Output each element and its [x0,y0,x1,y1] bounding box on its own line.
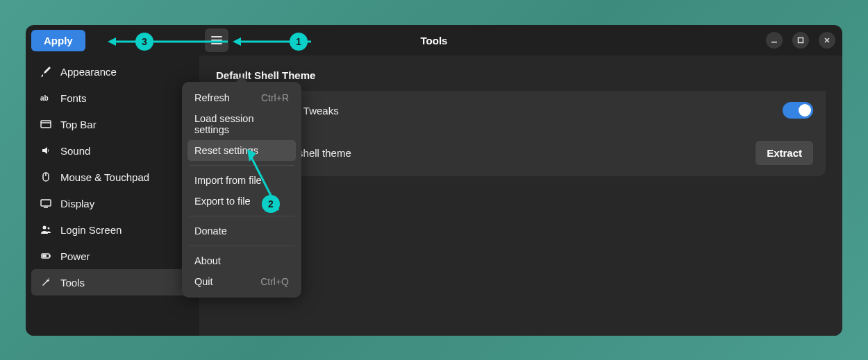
menu-label: Donate [194,225,227,237]
sidebar-item-appearance[interactable]: Appearance [31,58,194,85]
sidebar-item-tools[interactable]: Tools [31,269,194,295]
svg-rect-0 [771,42,777,43]
menu-label: Refresh [194,92,230,103]
sound-icon [40,144,52,157]
apply-button[interactable]: Apply [31,30,85,51]
brush-icon [40,65,52,78]
setting-row-extract: Extract default shell theme Extract [216,130,826,176]
annotation-badge-2: 2 [262,195,280,213]
svg-rect-14 [43,255,46,257]
svg-rect-3 [41,121,51,128]
sidebar-item-display[interactable]: Display [31,190,194,216]
setting-row-include-topbar: Include Top Bar Tweaks [216,91,826,130]
minimize-button[interactable] [766,32,783,49]
mouse-icon [40,171,52,183]
svg-rect-1 [799,38,803,43]
sidebar-item-label: Sound [60,145,90,157]
svg-point-9 [43,226,47,230]
svg-rect-7 [41,200,51,206]
minimize-icon [771,37,778,44]
close-button[interactable] [819,32,835,49]
menu-label: Quit [194,276,213,287]
sidebar-item-label: Power [60,250,90,262]
menu-item-donate[interactable]: Donate [187,221,296,241]
menu-label: Load session settings [194,113,289,135]
sidebar-item-topbar[interactable]: Top Bar [31,111,194,137]
window-title: Tools [421,35,448,46]
sidebar-item-label: Tools [60,277,85,289]
menu-shortcut: Ctrl+R [261,92,289,103]
toggle-knob [799,104,811,117]
menu-item-load-session[interactable]: Load session settings [187,108,296,140]
menu-label: About [194,255,221,266]
content-area: Appearance ab Fonts Top Bar Sound Mouse … [26,55,842,336]
svg-point-10 [48,228,50,230]
sidebar-item-label: Login Screen [60,224,122,236]
topbar-icon [40,118,52,130]
sidebar-item-label: Appearance [60,66,117,78]
fonts-icon: ab [40,92,52,104]
close-icon [824,37,831,44]
menu-item-refresh[interactable]: Refresh Ctrl+R [187,87,296,108]
menu-item-quit[interactable]: Quit Ctrl+Q [187,271,296,292]
window-controls [766,32,835,49]
login-icon [40,223,52,236]
sidebar: Appearance ab Fonts Top Bar Sound Mouse … [26,55,199,336]
menu-shortcut: Ctrl+Q [260,276,289,287]
svg-text:ab: ab [40,94,49,102]
annotation-arrow-1 [108,33,229,50]
topbar-tweaks-toggle[interactable] [783,102,813,119]
maximize-button[interactable] [792,32,809,49]
maximize-icon [797,37,804,44]
sidebar-item-label: Display [60,198,94,209]
menu-label: Export to file [194,196,251,207]
sidebar-item-label: Top Bar [60,119,97,130]
sidebar-item-label: Fonts [60,92,87,104]
sidebar-item-sound[interactable]: Sound [31,137,194,164]
menu-separator [189,246,294,246]
annotation-badge-3: 3 [135,33,153,51]
svg-marker-18 [233,37,241,46]
sidebar-item-label: Mouse & Touchpad [60,171,149,183]
tools-icon [40,276,52,289]
annotation-badge-1: 1 [290,33,308,51]
sidebar-item-mouse[interactable]: Mouse & Touchpad [31,164,194,190]
menu-item-about[interactable]: About [187,250,296,271]
app-window: Apply Tools Appearance [26,25,842,336]
svg-marker-16 [108,37,116,46]
extract-button[interactable]: Extract [756,141,813,165]
power-icon [40,250,52,262]
sidebar-item-login[interactable]: Login Screen [31,216,194,243]
sidebar-item-power[interactable]: Power [31,243,194,269]
section-title: Default Shell Theme [216,69,826,81]
display-icon [40,197,52,209]
sidebar-item-fonts[interactable]: ab Fonts [31,85,194,111]
